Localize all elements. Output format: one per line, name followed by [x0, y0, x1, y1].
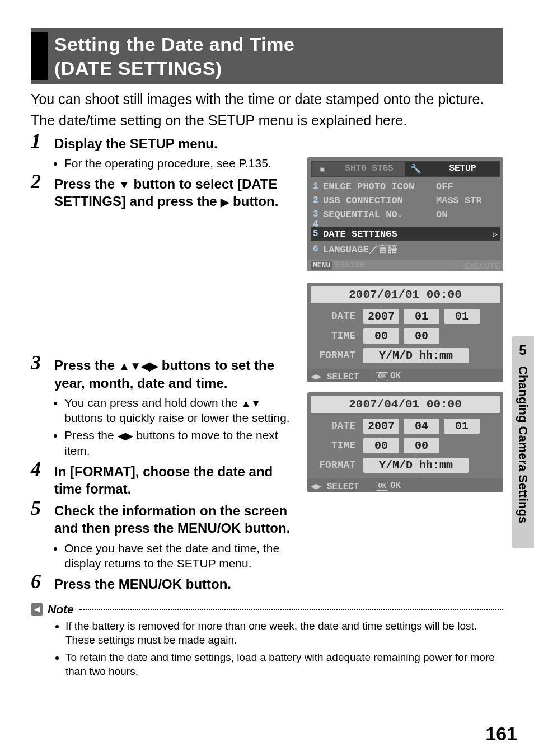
step-3-bullet-1: You can press and hold down the ▲▼ butto… — [64, 395, 291, 426]
chevron-right-icon: ▷ — [493, 229, 498, 239]
step-5-title: Check the information on the screen and … — [54, 502, 291, 537]
format-row-2: FORMAT Y/M/D hh:mm▲▽ — [311, 456, 500, 475]
note-bullets: If the battery is removed for more than … — [55, 619, 503, 678]
footer-ok-1: OKOK — [376, 371, 401, 382]
footer-select-1: ◀▶ SELECT — [311, 371, 359, 382]
note-label: Note — [48, 603, 74, 616]
setup-tabs: ◉ SHTG STGS 🔧 SETUP — [311, 161, 500, 177]
setup-footer: MENUFINISH ▷ EXECUTE — [307, 260, 503, 271]
step-1-bullet-1: For the operating procedure, see P.135. — [64, 156, 291, 171]
step-4: 4 In [FORMAT], choose the date and time … — [31, 463, 291, 497]
step-4-title: In [FORMAT], choose the date and time fo… — [54, 463, 291, 497]
arrow-down-icon-b: ▽ — [414, 472, 418, 478]
section-title-bar: Setting the Date and Time (DATE SETTINGS… — [31, 28, 503, 84]
date-header-1: 2007/01/01 00:00 — [311, 286, 500, 303]
step-number-1: 1 — [31, 129, 41, 153]
step-5-bullet-1: Once you have set the date and time, the… — [64, 541, 291, 571]
step-3-bullet-2: Press the ◀▶ buttons to move to the next… — [64, 428, 291, 458]
menu-item-usb-connection: 2USB CONNECTIONMASS STR — [311, 194, 500, 208]
step-number-6: 6 — [31, 570, 41, 593]
step-1-title: Display the SETUP menu. — [54, 135, 291, 152]
footer-select-2: ◀▶ SELECT — [311, 481, 359, 492]
setup-menu-screenshot: ◉ SHTG STGS 🔧 SETUP 1ENLGE PHOTO ICONOFF… — [307, 157, 503, 271]
title-accent-block — [31, 32, 48, 80]
chapter-title: Changing Camera Settings — [516, 366, 530, 523]
shtg-stgs-tab: SHTG STGS — [333, 162, 405, 176]
down-triangle-icon: ▼ — [119, 179, 130, 191]
up-down-left-right-triangles-icon: ▲▼◀▶ — [119, 360, 158, 372]
section-title: Setting the Date and Time (DATE SETTINGS… — [54, 32, 294, 80]
title-line-1: Setting the Date and Time — [54, 34, 294, 55]
step-6: 6 Press the MENU/OK button. — [31, 575, 503, 593]
time-row-1: TIME 00 00 — [311, 326, 500, 346]
footer-execute: ▷ EXECUTE — [455, 261, 500, 271]
up-down-triangles-icon: ▲▼ — [241, 398, 261, 409]
footer-finish: MENUFINISH — [311, 261, 365, 271]
menu-item-enlge-photo-icon: 1ENLGE PHOTO ICONOFF — [311, 180, 500, 194]
format-cell-b: Y/M/D hh:mm▲▽ — [363, 458, 469, 473]
note-header: Note — [31, 603, 503, 616]
ok-badge-icon: OK — [376, 372, 388, 381]
chapter-side-tab: 5 Changing Camera Settings — [512, 336, 534, 548]
arrow-up-icon: ▲ — [380, 303, 383, 309]
title-line-2: (DATE SETTINGS) — [54, 58, 222, 79]
step-number-5: 5 — [31, 496, 41, 520]
footer-ok-2: OKOK — [376, 481, 401, 492]
format-row-1: FORMAT Y/M/D hh:mm — [311, 346, 500, 365]
date-row-2: DATE 2007 04 01 — [311, 416, 500, 436]
step-2: 2 Press the ▼ button to select [DATE SET… — [31, 175, 291, 210]
menu-badge: MENU — [311, 261, 332, 270]
step-2-title: Press the ▼ button to select [DATE SETTI… — [54, 175, 291, 210]
date-footer-1: ◀▶ SELECT OKOK — [307, 369, 503, 382]
step-1: 1 Display the SETUP menu. For the operat… — [31, 135, 291, 171]
intro-paragraph-1: You can shoot still images with the time… — [31, 90, 503, 109]
step-3: 3 Press the ▲▼◀▶ buttons to set the year… — [31, 356, 291, 458]
camera-tab-icon: ◉ — [312, 162, 333, 176]
chapter-number: 5 — [519, 342, 526, 358]
menu-item-number-4: 4 — [311, 222, 500, 227]
step-6-title: Press the MENU/OK button. — [54, 575, 503, 593]
date-setting-screenshot-2: 2007/04/01 00:00 DATE 2007 04 01 TIME 00… — [307, 392, 503, 492]
step-number-2: 2 — [31, 170, 41, 193]
step-3-title: Press the ▲▼◀▶ buttons to set the year, … — [54, 356, 291, 391]
arrow-up-icon-b: ▲ — [414, 452, 418, 458]
note-divider — [79, 609, 503, 610]
date-row-1: DATE ▲2007 01 01 — [311, 307, 500, 326]
step-number-3: 3 — [31, 351, 41, 374]
date-header-2: 2007/04/01 00:00 — [311, 396, 500, 413]
note-bullet-1: If the battery is removed for more than … — [65, 619, 503, 647]
step-5: 5 Check the information on the screen an… — [31, 502, 291, 571]
step-number-4: 4 — [31, 457, 41, 481]
date-setting-screenshot-1: 2007/01/01 00:00 DATE ▲2007 01 01 TIME 0… — [307, 283, 503, 382]
menu-item-date-settings: 5DATE SETTINGS▷ — [311, 227, 500, 241]
wrench-tab-icon: 🔧 — [405, 162, 427, 176]
setup-tab: SETUP — [427, 162, 499, 176]
intro-paragraph-2: The date/time setting on the SETUP menu … — [31, 111, 503, 130]
note-bullet-2: To retain the date and time settings, lo… — [65, 651, 503, 678]
note-icon — [31, 603, 43, 616]
menu-item-sequential-no: 3SEQUENTIAL NO.ON — [311, 208, 500, 222]
date-footer-2: ◀▶ SELECT OKOK — [307, 478, 503, 492]
page-number: 161 — [485, 723, 517, 745]
ok-badge-icon-2: OK — [376, 482, 388, 491]
setup-menu-list: 1ENLGE PHOTO ICONOFF 2USB CONNECTIONMASS… — [311, 180, 500, 257]
year-cell-a: ▲2007 — [363, 309, 399, 324]
time-row-2: TIME 00 00 — [311, 436, 500, 456]
right-triangle-icon: ▶ — [221, 196, 229, 208]
left-right-triangles-icon: ◀▶ — [118, 430, 133, 442]
menu-item-language: 6LANGUAGE／言語 — [311, 241, 500, 257]
